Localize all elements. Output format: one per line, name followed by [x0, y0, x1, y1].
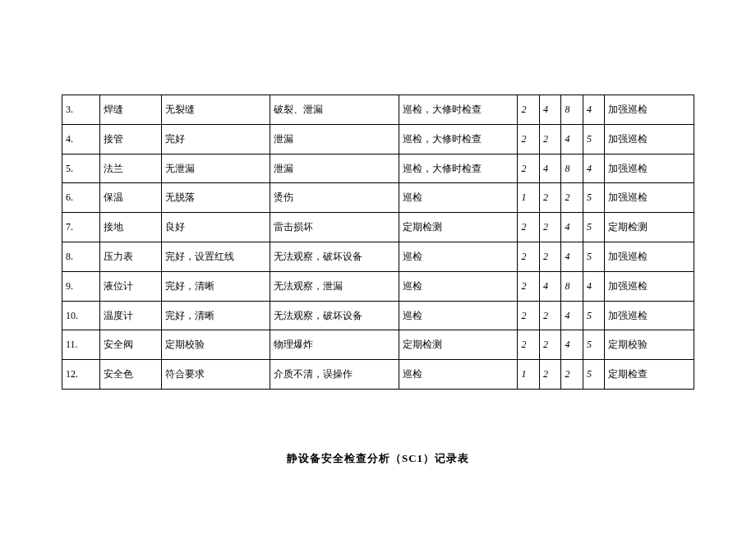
cell-item: 安全阀: [99, 330, 161, 360]
cell-fail: 泄漏: [270, 154, 399, 183]
cell-n1: 2: [518, 213, 540, 242]
cell-method: 巡检: [399, 242, 518, 271]
cell-n3: 2: [561, 360, 583, 390]
table-row: 6.保温无脱落烫伤巡检1225加强巡检: [62, 183, 694, 213]
table-row: 8.压力表完好，设置红线无法观察，破坏设备巡检2245加强巡检: [62, 242, 694, 271]
cell-n4: 5: [583, 301, 605, 330]
footer-title: 静设备安全检查分析（SC1）记录表: [62, 451, 694, 466]
cell-n4: 5: [583, 242, 605, 271]
cell-n4: 5: [583, 360, 605, 390]
cell-item: 焊缝: [99, 95, 161, 125]
table-row: 10.温度计完好，清晰无法观察，破坏设备巡检2245加强巡检: [62, 301, 694, 330]
cell-num: 7.: [62, 213, 100, 242]
cell-n2: 2: [539, 242, 561, 271]
cell-std: 无脱落: [161, 183, 270, 213]
cell-n3: 4: [561, 242, 583, 271]
cell-n3: 8: [561, 271, 583, 301]
cell-n4: 5: [583, 183, 605, 213]
cell-num: 12.: [62, 360, 100, 390]
cell-n4: 4: [583, 154, 605, 183]
cell-n2: 2: [539, 301, 561, 330]
table-row: 4.接管完好泄漏巡检，大修时检查2245加强巡检: [62, 124, 694, 154]
cell-fail: 雷击损坏: [270, 213, 399, 242]
cell-method: 定期检测: [399, 330, 518, 360]
cell-action: 定期检测: [605, 213, 694, 242]
cell-n4: 5: [583, 124, 605, 154]
cell-n3: 8: [561, 154, 583, 183]
safety-check-table: 3.焊缝无裂缝破裂、泄漏巡检，大修时检查2484加强巡检4.接管完好泄漏巡检，大…: [62, 95, 694, 390]
cell-item: 法兰: [99, 154, 161, 183]
cell-n4: 5: [583, 213, 605, 242]
table-row: 3.焊缝无裂缝破裂、泄漏巡检，大修时检查2484加强巡检: [62, 95, 694, 125]
cell-fail: 介质不清，误操作: [270, 360, 399, 390]
cell-num: 8.: [62, 242, 100, 271]
cell-std: 完好，设置红线: [161, 242, 270, 271]
cell-n2: 2: [539, 124, 561, 154]
cell-std: 良好: [161, 213, 270, 242]
cell-fail: 无法观察，破坏设备: [270, 242, 399, 271]
cell-method: 巡检: [399, 360, 518, 390]
cell-fail: 无法观察，泄漏: [270, 271, 399, 301]
cell-item: 保温: [99, 183, 161, 213]
cell-method: 巡检: [399, 183, 518, 213]
cell-fail: 烫伤: [270, 183, 399, 213]
cell-method: 巡检，大修时检查: [399, 154, 518, 183]
cell-method: 巡检，大修时检查: [399, 95, 518, 125]
cell-num: 10.: [62, 301, 100, 330]
cell-num: 3.: [62, 95, 100, 125]
cell-n4: 4: [583, 271, 605, 301]
cell-action: 定期检查: [605, 360, 694, 390]
cell-item: 温度计: [99, 301, 161, 330]
cell-item: 液位计: [99, 271, 161, 301]
cell-n1: 2: [518, 154, 540, 183]
cell-n1: 2: [518, 242, 540, 271]
cell-method: 巡检，大修时检查: [399, 124, 518, 154]
cell-std: 定期校验: [161, 330, 270, 360]
cell-action: 加强巡检: [605, 154, 694, 183]
cell-n2: 2: [539, 183, 561, 213]
cell-n2: 2: [539, 360, 561, 390]
document-page: 3.焊缝无裂缝破裂、泄漏巡检，大修时检查2484加强巡检4.接管完好泄漏巡检，大…: [0, 0, 756, 466]
table-row: 12.安全色符合要求介质不清，误操作巡检1225定期检查: [62, 360, 694, 390]
cell-n3: 8: [561, 95, 583, 125]
cell-action: 加强巡检: [605, 242, 694, 271]
cell-action: 加强巡检: [605, 183, 694, 213]
cell-n1: 2: [518, 95, 540, 125]
cell-n4: 5: [583, 330, 605, 360]
table-row: 11.安全阀定期校验物理爆炸定期检测2245定期校验: [62, 330, 694, 360]
cell-n2: 4: [539, 154, 561, 183]
table-row: 5.法兰无泄漏泄漏巡检，大修时检查2484加强巡检: [62, 154, 694, 183]
cell-item: 安全色: [99, 360, 161, 390]
cell-n3: 2: [561, 183, 583, 213]
cell-n2: 4: [539, 271, 561, 301]
cell-num: 4.: [62, 124, 100, 154]
cell-n3: 4: [561, 330, 583, 360]
cell-std: 完好，清晰: [161, 301, 270, 330]
cell-num: 11.: [62, 330, 100, 360]
cell-fail: 破裂、泄漏: [270, 95, 399, 125]
cell-std: 无裂缝: [161, 95, 270, 125]
cell-std: 完好，清晰: [161, 271, 270, 301]
cell-std: 完好: [161, 124, 270, 154]
cell-num: 5.: [62, 154, 100, 183]
cell-fail: 无法观察，破坏设备: [270, 301, 399, 330]
cell-method: 巡检: [399, 301, 518, 330]
cell-n1: 1: [518, 360, 540, 390]
cell-action: 加强巡检: [605, 124, 694, 154]
cell-fail: 物理爆炸: [270, 330, 399, 360]
table-row: 7.接地良好雷击损坏定期检测2245定期检测: [62, 213, 694, 242]
cell-std: 无泄漏: [161, 154, 270, 183]
cell-action: 加强巡检: [605, 301, 694, 330]
cell-action: 定期校验: [605, 330, 694, 360]
cell-n2: 4: [539, 95, 561, 125]
cell-n1: 2: [518, 271, 540, 301]
cell-fail: 泄漏: [270, 124, 399, 154]
cell-n2: 2: [539, 213, 561, 242]
cell-n1: 2: [518, 301, 540, 330]
cell-item: 接地: [99, 213, 161, 242]
cell-n1: 1: [518, 183, 540, 213]
cell-item: 压力表: [99, 242, 161, 271]
cell-n3: 4: [561, 124, 583, 154]
cell-item: 接管: [99, 124, 161, 154]
cell-method: 巡检: [399, 271, 518, 301]
